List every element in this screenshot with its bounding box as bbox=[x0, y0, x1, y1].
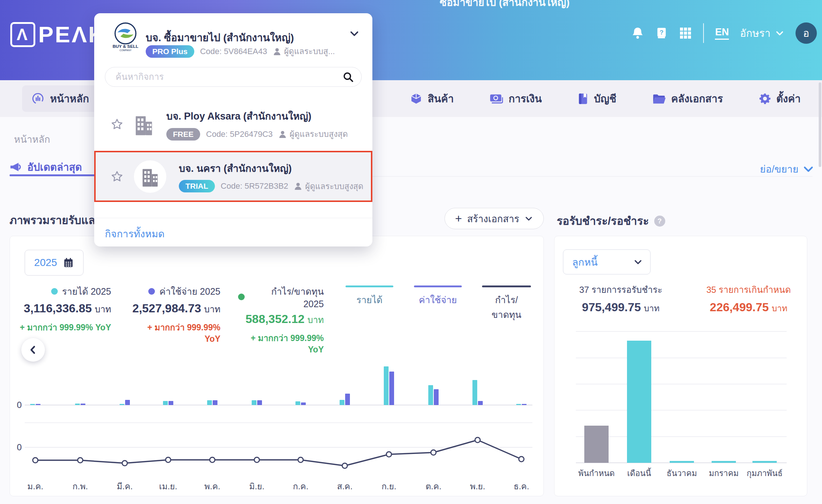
chevron-up-icon[interactable] bbox=[349, 28, 360, 40]
revenue-line-icon bbox=[346, 285, 393, 287]
company-row-ploy-aksara[interactable]: บจ. Ploy Aksara (สำนักงานใหญ่) FREE Code… bbox=[94, 102, 372, 147]
nav-item-accounting[interactable]: บัญชี bbox=[578, 90, 616, 107]
debtor-select[interactable]: ลูกหนี้ bbox=[563, 249, 651, 274]
profit-line-icon bbox=[482, 285, 531, 287]
svg-text:0: 0 bbox=[17, 400, 22, 410]
stat-profit: กำไร/ขาดทุน 2025 588,352.12บาท + มากกว่า… bbox=[238, 284, 324, 355]
chevron-down-icon bbox=[775, 28, 784, 38]
person-icon bbox=[294, 182, 302, 190]
nav-items: สินค้า การเงิน บัญชี คลังเอกสาร ตั้งค่า bbox=[410, 80, 801, 117]
expense-dot-icon bbox=[148, 288, 155, 295]
svg-text:กุมภาพันธ์: กุมภาพันธ์ bbox=[747, 469, 783, 478]
company-row-content: บจ. Ploy Aksara (สำนักงานใหญ่) FREE Code… bbox=[166, 108, 348, 141]
legend-revenue[interactable]: รายได้ bbox=[346, 285, 393, 307]
plan-badge: PRO Plus bbox=[146, 45, 194, 58]
chevron-down-icon bbox=[633, 257, 643, 267]
svg-text:พ้นกำหนด: พ้นกำหนด bbox=[578, 469, 614, 478]
stat-revenue-label: รายได้ 2025 bbox=[62, 284, 111, 299]
plan-badge-trial: TRIAL bbox=[179, 180, 215, 192]
overview-card: 2025 รายได้ 2025 3,116,336.85บาท + มากกว… bbox=[10, 236, 544, 496]
tab-latest-updates-label: อัปเดตล่าสุด bbox=[27, 159, 82, 175]
svg-text:0: 0 bbox=[17, 442, 22, 452]
chart-prev-button[interactable] bbox=[21, 338, 45, 362]
svg-text:พ.ย.: พ.ย. bbox=[470, 482, 485, 491]
header-company-name: ซื้อมาขายไป (สำนักงานใหญ่) bbox=[440, 0, 570, 10]
nav-finance-label: การเงิน bbox=[509, 90, 542, 107]
apps-grid-icon[interactable] bbox=[679, 26, 692, 40]
stat-revenue: รายได้ 2025 3,116,336.85บาท + มากกว่า 99… bbox=[17, 284, 111, 334]
overdue-value: 226,499.75บาท bbox=[702, 301, 796, 315]
stat-profit-value: 588,352.12บาท bbox=[238, 312, 324, 327]
year-value: 2025 bbox=[34, 257, 57, 269]
building-icon bbox=[134, 160, 166, 193]
person-icon bbox=[273, 47, 281, 56]
company-row-nakara-highlighted[interactable]: บจ. นครา (สำนักงานใหญ่) TRIAL Code: 5R57… bbox=[94, 151, 372, 202]
role-label: ผู้ดูแลระบบสู... bbox=[284, 45, 335, 58]
peak-dashboard: Λ PEΛK ซื้อมาขายไป (สำนักงานใหญ่) ? EN อ… bbox=[0, 0, 822, 504]
create-document-button[interactable]: + สร้างเอกสาร bbox=[444, 208, 544, 229]
company-logo: BUY & SELL COMPANY bbox=[110, 21, 141, 54]
company-meta: FREE Code: 5P26479C3 ผู้ดูแลระบบสูงสุด bbox=[166, 128, 348, 141]
company-row-content: บจ. นครา (สำนักงานใหญ่) TRIAL Code: 5R57… bbox=[179, 160, 364, 193]
receivable-section-title: รอรับชำระ/รอชำระ ? bbox=[557, 212, 665, 230]
chevron-down-icon bbox=[524, 214, 533, 223]
notifications-bell-icon[interactable] bbox=[631, 26, 644, 40]
nav-products-label: สินค้า bbox=[428, 90, 454, 107]
year-picker[interactable]: 2025 bbox=[25, 250, 84, 276]
nav-accounting-label: บัญชี bbox=[594, 90, 616, 107]
svg-text:ธ.ค.: ธ.ค. bbox=[514, 482, 529, 491]
box-icon bbox=[410, 93, 422, 104]
pending-label: 37 รายการรอรับชำระ bbox=[575, 283, 667, 297]
stat-expense: ค่าใช้จ่าย 2025 2,527,984.73บาท + มากกว่… bbox=[131, 284, 220, 344]
nav-item-home[interactable]: หน้าหลัก bbox=[22, 85, 99, 112]
ledger-icon bbox=[578, 93, 588, 105]
megaphone-icon bbox=[10, 162, 22, 173]
debtor-select-value: ลูกหนี้ bbox=[572, 254, 598, 270]
all-companies-link[interactable]: กิจการทั้งหมด bbox=[105, 226, 164, 242]
svg-text:ต.ค.: ต.ค. bbox=[425, 482, 441, 491]
create-document-label: สร้างเอกสาร bbox=[467, 211, 519, 226]
role: ผู้ดูแลระบบสูงสุด bbox=[294, 180, 363, 193]
calendar-icon bbox=[63, 257, 74, 268]
peak-logo[interactable]: Λ PEΛK bbox=[10, 21, 106, 47]
search-icon[interactable] bbox=[342, 71, 354, 83]
nav-item-documents[interactable]: คลังเอกสาร bbox=[652, 90, 723, 107]
plan-badge-free: FREE bbox=[166, 128, 200, 141]
help-guide-icon[interactable]: ? bbox=[655, 27, 668, 39]
favorite-star-icon[interactable] bbox=[110, 118, 124, 131]
legend-expense[interactable]: ค่าใช้จ่าย bbox=[414, 285, 462, 307]
svg-text:ก.ค.: ก.ค. bbox=[293, 482, 308, 491]
svg-text:เม.ย.: เม.ย. bbox=[159, 482, 177, 491]
tab-latest-updates[interactable]: อัปเดตล่าสุด bbox=[10, 159, 82, 175]
company-code: Code: 5P26479C3 bbox=[206, 129, 273, 139]
svg-text:มิ.ย.: มิ.ย. bbox=[249, 482, 264, 491]
stat-expense-label: ค่าใช้จ่าย 2025 bbox=[159, 284, 220, 299]
user-menu[interactable]: อักษรา bbox=[740, 25, 784, 41]
favorite-star-icon[interactable] bbox=[110, 170, 124, 183]
help-question-icon[interactable]: ? bbox=[654, 216, 665, 227]
overdue-label: 35 รายการเกินกำหนด bbox=[702, 283, 796, 297]
overdue-stat: 35 รายการเกินกำหนด 226,499.75บาท bbox=[702, 283, 796, 315]
avatar[interactable]: อ bbox=[796, 22, 817, 44]
company-switcher-dropdown: BUY & SELL COMPANY บจ. ซื้อมาขายไป (สำนั… bbox=[94, 13, 372, 246]
company-name: บจ. นครา (สำนักงานใหญ่) bbox=[179, 160, 364, 176]
peak-logo-mark: Λ bbox=[10, 22, 35, 47]
user-name: อักษรา bbox=[740, 25, 770, 41]
scrollbar-thumb[interactable] bbox=[819, 82, 821, 167]
company-search-input[interactable] bbox=[115, 71, 342, 82]
language-switch[interactable]: EN bbox=[715, 26, 729, 40]
plus-icon: + bbox=[455, 213, 462, 224]
dropdown-divider bbox=[94, 218, 372, 218]
legend-revenue-label: รายได้ bbox=[346, 292, 393, 307]
nav-item-products[interactable]: สินค้า bbox=[410, 90, 454, 107]
nav-item-finance[interactable]: การเงิน bbox=[490, 90, 542, 107]
legend-expense-label: ค่าใช้จ่าย bbox=[414, 292, 462, 307]
overview-chart: ม.ค.ก.พ.มี.ค.เม.ย.พ.ค.มิ.ย.ก.ค.ส.ค.ก.ย.ต… bbox=[10, 236, 544, 497]
nav-item-settings[interactable]: ตั้งค่า bbox=[759, 90, 801, 107]
svg-text:ธันวาคม: ธันวาคม bbox=[667, 469, 697, 478]
legend-profit[interactable]: กำไร/ขาดทุน bbox=[482, 285, 531, 322]
nav-home-label: หน้าหลัก bbox=[50, 90, 89, 107]
company-name: บจ. Ploy Aksara (สำนักงานใหญ่) bbox=[166, 108, 348, 124]
collapse-expand-link[interactable]: ย่อ/ขยาย bbox=[760, 161, 814, 177]
role-label: ผู้ดูแลระบบสูงสุด bbox=[305, 180, 363, 193]
